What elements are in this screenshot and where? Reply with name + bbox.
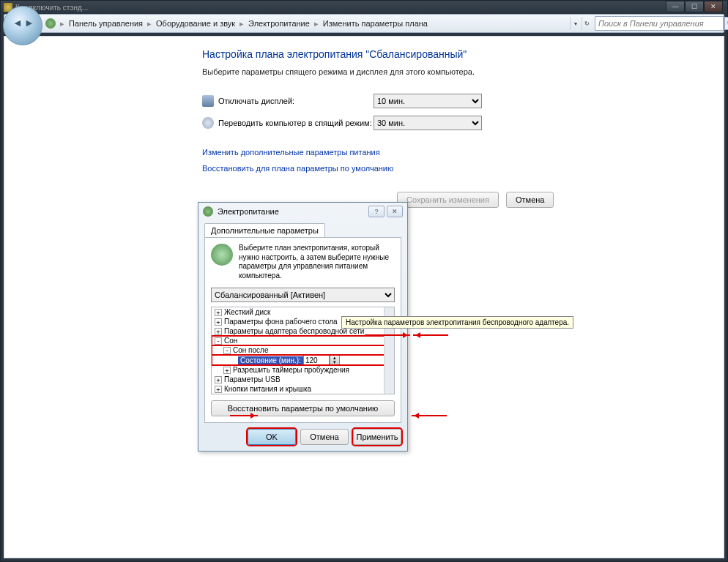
search-icon[interactable]: 🔍 [724, 17, 728, 30]
red-arrow-icon [412, 415, 447, 416]
dialog-cancel-button[interactable]: Отмена [300, 429, 349, 445]
minimize-button[interactable]: — [666, 1, 685, 12]
tab-panel: Выберите план электропитания, который ну… [204, 237, 401, 423]
expand-icon[interactable]: + [215, 318, 222, 326]
red-arrow-icon [365, 334, 410, 336]
advanced-settings-link[interactable]: Изменить дополнительные параметры питани… [202, 148, 724, 157]
tree-sleep[interactable]: Сон [224, 337, 237, 345]
expand-icon[interactable]: + [215, 386, 222, 393]
collapse-icon[interactable]: - [215, 337, 222, 345]
expand-icon[interactable]: + [215, 328, 222, 335]
display-off-label: Отключать дисплей: [218, 97, 374, 105]
restore-defaults-button[interactable]: Восстановить параметры по умолчанию [211, 400, 395, 416]
dialog-blurb: Выберите план электропитания, который ну… [239, 244, 395, 280]
search-input[interactable] [598, 19, 720, 28]
nav-back-button[interactable]: ◄ [12, 17, 23, 29]
tooltip: Настройка параметров электропитания бесп… [341, 316, 573, 329]
breadcrumb-item[interactable]: Оборудование и звук [156, 19, 235, 28]
tree-hdd[interactable]: Жесткий диск [224, 308, 270, 316]
cancel-button[interactable]: Отмена [506, 192, 554, 208]
power-icon [203, 206, 213, 217]
restore-defaults-link[interactable]: Восстановить для плана параметры по умол… [202, 164, 724, 173]
tree-power-buttons[interactable]: Кнопки питания и крышка [224, 385, 311, 393]
search-box: 🔍 [595, 16, 724, 31]
ok-button[interactable]: OK [248, 429, 296, 445]
breadcrumb-item[interactable]: Электропитание [248, 19, 310, 28]
tree-usb[interactable]: Параметры USB [224, 375, 281, 383]
breadcrumb: ▸ Панель управления ▸ Оборудование и зву… [45, 18, 570, 29]
red-arrow-icon [413, 334, 448, 336]
window-controls: — ☐ ✕ [666, 1, 723, 12]
expand-icon[interactable]: + [223, 367, 231, 374]
help-button[interactable]: ? [368, 206, 385, 217]
apply-button[interactable]: Применить [353, 429, 401, 445]
tree-sleep-after[interactable]: Сон после [233, 346, 268, 354]
display-off-select[interactable]: 10 мин. [374, 94, 482, 108]
battery-icon [211, 244, 233, 266]
window-titlebar: Как включить стэнд... [1, 1, 727, 14]
spinner-control[interactable]: ▴▾ [330, 355, 340, 365]
sleep-row: Переводить компьютер в спящий режим: 30 … [202, 116, 724, 130]
sleep-value-row: Состояние (мин.): ▴▾ [212, 355, 394, 365]
dialog-titlebar: Электропитание ? ✕ [198, 203, 407, 220]
plan-select[interactable]: Сбалансированный [Активен] [211, 288, 395, 302]
nav-toolbar: ◄ ► ▸ Панель управления ▸ Оборудование и… [4, 14, 724, 33]
chevron-right-icon: ▸ [147, 19, 152, 29]
sleep-minutes-input[interactable] [303, 355, 330, 365]
moon-icon [202, 117, 214, 129]
breadcrumb-dropdown[interactable]: ▾ [570, 17, 580, 30]
red-arrow-icon [230, 415, 258, 416]
save-button: Сохранить изменения [397, 192, 499, 208]
maximize-button[interactable]: ☐ [685, 1, 704, 12]
tab-advanced[interactable]: Дополнительные параметры [204, 223, 325, 237]
chevron-right-icon: ▸ [60, 19, 64, 29]
breadcrumb-item[interactable]: Изменить параметры плана [323, 19, 428, 28]
page-title: Настройка плана электропитания "Сбаланси… [202, 48, 724, 60]
breadcrumb-item[interactable]: Панель управления [69, 19, 143, 28]
chevron-right-icon: ▸ [239, 19, 244, 29]
expand-icon[interactable]: + [215, 309, 222, 316]
dialog-close-button[interactable]: ✕ [387, 206, 403, 217]
state-label: Состояние (мин.): [238, 356, 303, 364]
chevron-right-icon: ▸ [314, 19, 319, 29]
display-off-row: Отключать дисплей: 10 мин. [202, 94, 724, 108]
nav-forward-button[interactable]: ► [23, 17, 35, 29]
close-button[interactable]: ✕ [704, 1, 723, 12]
sleep-label: Переводить компьютер в спящий режим: [218, 119, 374, 127]
display-icon [202, 95, 214, 107]
sleep-select[interactable]: 30 мин. [374, 116, 482, 130]
control-panel-icon [45, 18, 56, 29]
expand-icon[interactable]: + [215, 376, 222, 383]
tree-allow-wake[interactable]: Разрешить таймеры пробуждения [233, 366, 349, 374]
refresh-button[interactable]: ↻ [582, 17, 592, 30]
page-subtitle: Выберите параметры спящего режима и дисп… [202, 67, 724, 76]
tree-desktop-bg[interactable]: Параметры фона рабочего стола [224, 318, 338, 326]
dialog-title: Электропитание [218, 207, 366, 216]
window-title: Как включить стэнд... [15, 4, 724, 12]
collapse-icon[interactable]: - [223, 347, 231, 354]
